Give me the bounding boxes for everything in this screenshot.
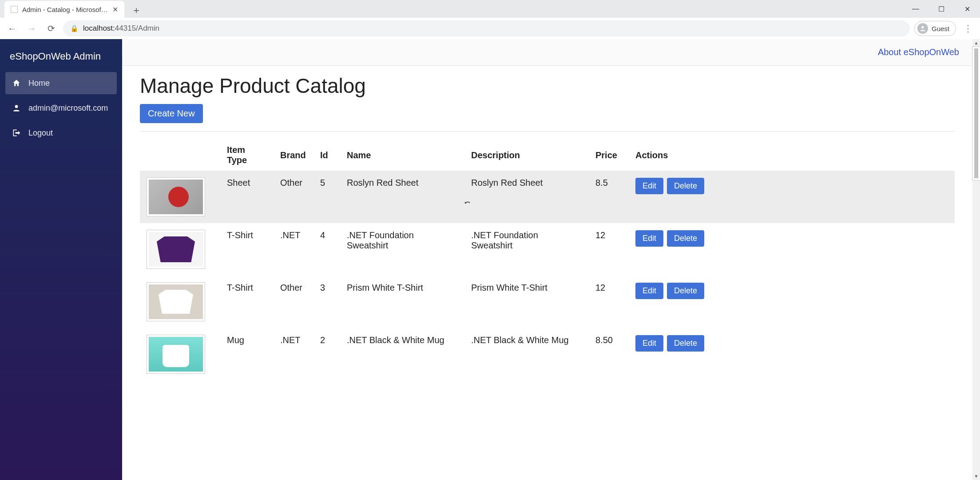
sidebar: eShopOnWeb Admin Home admin@microsoft.co…: [0, 39, 122, 480]
col-name: Name: [340, 140, 464, 171]
cell-id: 2: [313, 328, 340, 380]
table-row[interactable]: T-ShirtOther3Prism White T-ShirtPrism Wh…: [140, 276, 955, 328]
edit-button[interactable]: Edit: [635, 283, 663, 299]
cell-name: Roslyn Red Sheet: [340, 171, 464, 223]
col-id: Id: [313, 140, 340, 171]
delete-button[interactable]: Delete: [667, 178, 704, 194]
top-bar: About eShopOnWeb: [122, 39, 972, 66]
reload-button[interactable]: ⟳: [44, 21, 59, 36]
product-thumbnail: [147, 283, 205, 321]
main: About eShopOnWeb Manage Product Catalog …: [122, 39, 972, 480]
scroll-thumb[interactable]: [972, 47, 980, 180]
catalog-table: Item Type Brand Id Name Description Pric…: [140, 140, 955, 380]
logout-icon: [12, 128, 21, 138]
toolbar: ← → ⟳ 🔒 localhost:44315/Admin Guest ⋮: [0, 18, 980, 39]
content: Manage Product Catalog Create New Item T…: [122, 66, 972, 388]
tab-title: Admin - Catalog - Microsoft.eShopOnWeb: [22, 6, 108, 13]
sidebar-item-label: admin@microsoft.com: [28, 104, 108, 113]
cell-brand: .NET: [273, 328, 313, 380]
col-actions: Actions: [628, 140, 955, 171]
cell-description: Prism White T-Shirt: [464, 276, 588, 328]
window-controls: — ☐ ✕: [903, 0, 980, 18]
user-icon: [12, 103, 21, 113]
cell-brand: Other: [273, 171, 313, 223]
tab-bar: Admin - Catalog - Microsoft.eShopOnWeb ✕…: [0, 0, 980, 18]
back-button[interactable]: ←: [4, 21, 20, 36]
browser-tab[interactable]: Admin - Catalog - Microsoft.eShopOnWeb ✕: [4, 1, 124, 18]
browser-chrome: Admin - Catalog - Microsoft.eShopOnWeb ✕…: [0, 0, 980, 39]
scroll-up-icon[interactable]: ▲: [972, 39, 980, 47]
svg-point-0: [921, 26, 924, 28]
svg-point-1: [15, 105, 18, 108]
profile-label: Guest: [932, 25, 949, 32]
table-row[interactable]: SheetOther5Roslyn Red SheetRoslyn Red Sh…: [140, 171, 955, 223]
cell-brand: .NET: [273, 223, 313, 276]
close-tab-icon[interactable]: ✕: [112, 5, 118, 14]
cell-price: 8.5: [588, 171, 628, 223]
sidebar-item-logout[interactable]: Logout: [5, 122, 117, 144]
product-thumbnail: [147, 230, 205, 268]
create-new-button[interactable]: Create New: [140, 104, 203, 123]
favicon-icon: [11, 6, 18, 13]
edit-button[interactable]: Edit: [635, 178, 663, 194]
cell-id: 4: [313, 223, 340, 276]
lock-icon: 🔒: [70, 24, 79, 32]
divider: [140, 131, 955, 132]
cell-item-type: T-Shirt: [220, 223, 273, 276]
cell-name: Prism White T-Shirt: [340, 276, 464, 328]
cell-id: 5: [313, 171, 340, 223]
edit-button[interactable]: Edit: [635, 230, 663, 247]
vertical-scrollbar[interactable]: ▲ ▼: [972, 39, 980, 480]
page-title: Manage Product Catalog: [140, 74, 955, 98]
maximize-button[interactable]: ☐: [928, 0, 954, 18]
product-thumbnail: [147, 335, 205, 373]
col-price: Price: [588, 140, 628, 171]
profile-chip[interactable]: Guest: [914, 21, 956, 36]
cell-item-type: T-Shirt: [220, 276, 273, 328]
cell-item-type: Mug: [220, 328, 273, 380]
scroll-down-icon[interactable]: ▼: [972, 472, 980, 480]
url-host: localhost:: [83, 24, 115, 32]
home-icon: [12, 78, 21, 88]
sidebar-item-home[interactable]: Home: [5, 72, 117, 94]
delete-button[interactable]: Delete: [667, 283, 704, 299]
sidebar-item-label: Home: [28, 79, 50, 88]
cell-name: .NET Foundation Sweatshirt: [340, 223, 464, 276]
edit-button[interactable]: Edit: [635, 335, 663, 352]
url-path: 44315/Admin: [115, 24, 159, 32]
cell-price: 12: [588, 276, 628, 328]
sidebar-item-user[interactable]: admin@microsoft.com: [5, 97, 117, 119]
table-row[interactable]: Mug.NET2.NET Black & White Mug.NET Black…: [140, 328, 955, 380]
col-brand: Brand: [273, 140, 313, 171]
address-bar[interactable]: 🔒 localhost:44315/Admin: [63, 20, 910, 36]
brand-title: eShopOnWeb Admin: [5, 48, 117, 72]
col-description: Description: [464, 140, 588, 171]
cell-description: Roslyn Red Sheet: [464, 171, 588, 223]
col-item-type: Item Type: [220, 140, 273, 171]
forward-button[interactable]: →: [24, 21, 39, 36]
cell-id: 3: [313, 276, 340, 328]
page-viewport: eShopOnWeb Admin Home admin@microsoft.co…: [0, 39, 980, 480]
new-tab-button[interactable]: ＋: [129, 3, 144, 18]
about-link[interactable]: About eShopOnWeb: [878, 47, 959, 57]
close-window-button[interactable]: ✕: [954, 0, 980, 18]
minimize-button[interactable]: —: [903, 0, 928, 18]
cell-description: .NET Black & White Mug: [464, 328, 588, 380]
cell-name: .NET Black & White Mug: [340, 328, 464, 380]
cell-description: .NET Foundation Sweatshirt: [464, 223, 588, 276]
table-row[interactable]: T-Shirt.NET4.NET Foundation Sweatshirt.N…: [140, 223, 955, 276]
cell-item-type: Sheet: [220, 171, 273, 223]
avatar-icon: [917, 23, 928, 34]
col-image: [140, 140, 220, 171]
cell-brand: Other: [273, 276, 313, 328]
browser-menu-button[interactable]: ⋮: [960, 21, 976, 36]
cell-price: 8.50: [588, 328, 628, 380]
table-header-row: Item Type Brand Id Name Description Pric…: [140, 140, 955, 171]
delete-button[interactable]: Delete: [667, 335, 704, 352]
sidebar-item-label: Logout: [28, 128, 53, 138]
cell-price: 12: [588, 223, 628, 276]
delete-button[interactable]: Delete: [667, 230, 704, 247]
product-thumbnail: [147, 178, 205, 216]
